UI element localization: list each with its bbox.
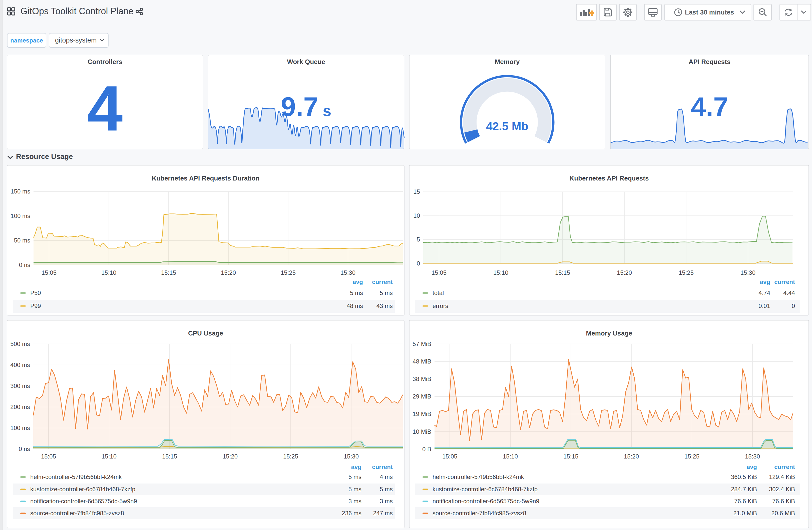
svg-text:15:25: 15:25 — [684, 453, 699, 460]
svg-text:15:15: 15:15 — [555, 269, 570, 276]
svg-text:current: current — [372, 463, 393, 470]
svg-text:15:30: 15:30 — [340, 269, 356, 276]
svg-text:10: 10 — [413, 212, 420, 219]
svg-text:helm-controller-57f9b56bbf-k24: helm-controller-57f9b56bbf-k24mk — [30, 473, 122, 480]
svg-text:15:25: 15:25 — [283, 453, 298, 460]
svg-text:15:05: 15:05 — [41, 453, 56, 460]
svg-text:Kubernetes API Requests: Kubernetes API Requests — [570, 175, 649, 182]
svg-text:500 ms: 500 ms — [10, 340, 30, 347]
svg-text:300 ms: 300 ms — [10, 383, 30, 389]
svg-text:4.44: 4.44 — [783, 290, 795, 296]
svg-text:15:20: 15:20 — [221, 269, 236, 276]
svg-text:5 ms: 5 ms — [380, 290, 393, 296]
svg-text:current: current — [774, 279, 795, 285]
svg-text:kustomize-controller-6c6784b46: kustomize-controller-6c6784b468-7kzfp — [30, 486, 135, 492]
svg-text:38 MiB: 38 MiB — [412, 376, 431, 382]
svg-text:current: current — [372, 279, 393, 285]
svg-text:0 B: 0 B — [422, 446, 431, 453]
svg-text:notification-controller-6d5657: notification-controller-6d56575dc-5w9n9 — [30, 498, 137, 504]
svg-text:kustomize-controller-6c6784b46: kustomize-controller-6c6784b468-7kzfp — [433, 486, 538, 492]
svg-text:76.6 KiB: 76.6 KiB — [772, 498, 795, 504]
svg-text:50 ms: 50 ms — [14, 237, 30, 244]
svg-text:notification-controller-6d5657: notification-controller-6d56575dc-5w9n9 — [433, 498, 539, 504]
svg-text:total: total — [433, 290, 444, 296]
svg-text:100 ms: 100 ms — [10, 425, 30, 431]
svg-text:15: 15 — [413, 188, 420, 195]
svg-text:76.6 KiB: 76.6 KiB — [734, 498, 757, 504]
svg-text:20.6 MiB: 20.6 MiB — [771, 510, 795, 516]
svg-text:10 MiB: 10 MiB — [412, 428, 431, 435]
svg-text:5 ms: 5 ms — [348, 486, 361, 492]
svg-text:302.4 KiB: 302.4 KiB — [769, 486, 795, 492]
svg-text:15:30: 15:30 — [740, 269, 755, 276]
svg-text:15:10: 15:10 — [102, 453, 117, 460]
svg-text:0 ns: 0 ns — [19, 445, 30, 452]
svg-text:15:25: 15:25 — [679, 269, 694, 276]
svg-text:100 ms: 100 ms — [11, 212, 30, 219]
svg-text:15:05: 15:05 — [442, 453, 457, 460]
svg-text:5: 5 — [417, 236, 420, 243]
svg-text:48 MiB: 48 MiB — [412, 358, 431, 365]
svg-text:0: 0 — [792, 303, 795, 309]
svg-text:5 ms: 5 ms — [348, 473, 361, 480]
svg-text:source-controller-7fb84fc985-z: source-controller-7fb84fc985-zvsz8 — [30, 510, 124, 516]
svg-text:avg: avg — [353, 279, 363, 285]
svg-text:15:10: 15:10 — [101, 269, 116, 276]
svg-text:5 ms: 5 ms — [350, 290, 363, 296]
svg-text:15:10: 15:10 — [503, 453, 518, 460]
svg-text:avg: avg — [747, 463, 757, 470]
svg-text:avg: avg — [760, 279, 770, 285]
svg-text:57 MiB: 57 MiB — [412, 340, 431, 347]
svg-text:15:05: 15:05 — [42, 269, 57, 276]
svg-text:129.4 KiB: 129.4 KiB — [769, 473, 795, 480]
svg-text:400 ms: 400 ms — [10, 362, 30, 368]
svg-text:Kubernetes API Requests Durati: Kubernetes API Requests Duration — [151, 175, 259, 182]
svg-text:236 ms: 236 ms — [342, 510, 361, 516]
svg-text:15:30: 15:30 — [344, 453, 359, 460]
svg-text:0: 0 — [417, 260, 420, 267]
svg-text:247 ms: 247 ms — [373, 510, 393, 516]
svg-text:P99: P99 — [30, 303, 41, 309]
svg-text:150 ms: 150 ms — [11, 188, 30, 195]
svg-text:15:25: 15:25 — [281, 269, 296, 276]
svg-text:43 ms: 43 ms — [376, 303, 393, 309]
svg-text:29 MiB: 29 MiB — [412, 393, 431, 400]
svg-text:200 ms: 200 ms — [10, 403, 30, 410]
svg-text:0.01: 0.01 — [758, 303, 770, 309]
svg-text:helm-controller-57f9b56bbf-k24: helm-controller-57f9b56bbf-k24mk — [433, 473, 524, 480]
svg-text:284.7 KiB: 284.7 KiB — [731, 486, 757, 492]
svg-text:errors: errors — [433, 303, 448, 309]
svg-text:3 ms: 3 ms — [380, 498, 393, 504]
svg-text:P50: P50 — [30, 290, 41, 296]
svg-text:15:15: 15:15 — [563, 453, 578, 460]
svg-text:4.74: 4.74 — [758, 290, 770, 296]
svg-text:48 ms: 48 ms — [347, 303, 363, 309]
svg-text:avg: avg — [351, 463, 361, 470]
svg-text:15:05: 15:05 — [432, 269, 447, 276]
svg-text:5 ms: 5 ms — [380, 486, 393, 492]
svg-text:CPU Usage: CPU Usage — [188, 329, 223, 337]
svg-text:15:10: 15:10 — [493, 269, 508, 276]
svg-text:3 ms: 3 ms — [348, 498, 361, 504]
svg-text:15:20: 15:20 — [617, 269, 632, 276]
svg-text:source-controller-7fb84fc985-z: source-controller-7fb84fc985-zvsz8 — [433, 510, 526, 516]
svg-text:21.0 MiB: 21.0 MiB — [733, 510, 757, 516]
svg-text:15:15: 15:15 — [162, 453, 177, 460]
svg-text:360.5 KiB: 360.5 KiB — [731, 473, 757, 480]
svg-text:15:30: 15:30 — [745, 453, 760, 460]
svg-text:19 MiB: 19 MiB — [412, 411, 431, 417]
svg-text:Memory Usage: Memory Usage — [586, 329, 633, 337]
svg-text:15:20: 15:20 — [223, 453, 238, 460]
svg-text:4 ms: 4 ms — [380, 473, 393, 480]
svg-text:0 ns: 0 ns — [19, 262, 30, 268]
svg-text:15:20: 15:20 — [624, 453, 639, 460]
svg-text:current: current — [774, 463, 795, 470]
svg-text:15:15: 15:15 — [161, 269, 176, 276]
